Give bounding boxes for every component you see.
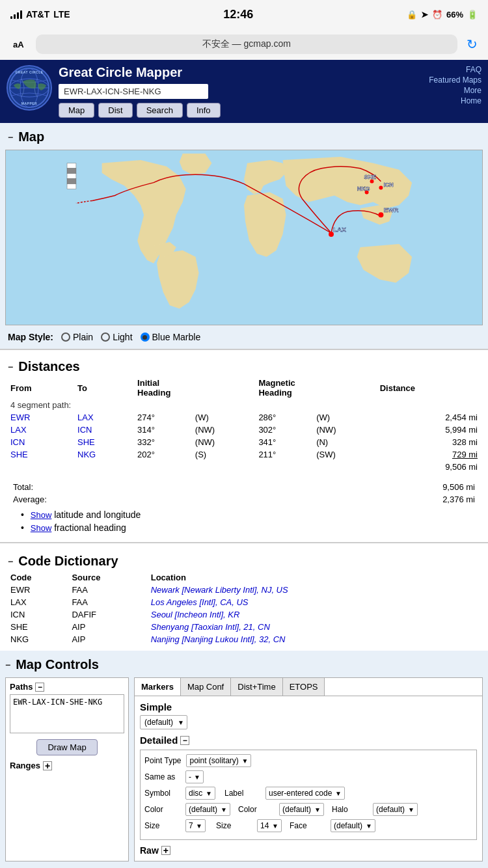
raw-plus-button[interactable]: +	[161, 846, 170, 855]
loc-nkg[interactable]: Nanjing [Nanjing Lukou Intl], 32, CN	[151, 634, 286, 644]
network-label: LTE	[53, 9, 70, 20]
size1-select[interactable]: 7	[185, 819, 206, 832]
seg-total: 9,506 mi	[377, 461, 480, 473]
same-as-select[interactable]: -	[185, 770, 204, 783]
map-title-text: Map	[18, 129, 44, 144]
to-icn[interactable]: ICN	[77, 425, 92, 435]
distances-section: − Distances From To InitialHeading Magne…	[0, 349, 488, 542]
color1-select[interactable]: (default)	[185, 803, 230, 816]
more-link[interactable]: More	[464, 86, 481, 95]
detailed-text: Detailed	[140, 735, 178, 746]
markers-tabs: Markers Map Conf Dist+Time ETOPS	[135, 678, 482, 696]
segment-path-label: 4 segment path:	[8, 399, 480, 411]
halo-field-label: Halo	[332, 805, 368, 814]
heading-text: fractional heading	[54, 522, 126, 533]
source-nkg: AIP	[69, 633, 148, 645]
markers-panel: Markers Map Conf Dist+Time ETOPS Simple …	[134, 677, 483, 861]
col-init-heading: InitialHeading	[135, 377, 256, 399]
color1-field-label: Color	[144, 805, 180, 814]
label-select[interactable]: user-entered code	[265, 787, 345, 800]
search-button[interactable]: Search	[137, 103, 183, 118]
point-type-select[interactable]: point (solitary)	[186, 754, 251, 767]
lock-icon: 🔒	[407, 10, 417, 20]
style-plain-option[interactable]: Plain	[61, 332, 93, 342]
draw-map-button[interactable]: Draw Map	[36, 739, 97, 755]
style-bluemarble-radio[interactable]	[141, 332, 150, 342]
tab-etops[interactable]: ETOPS	[283, 678, 325, 696]
map-section: − Map	[0, 123, 488, 349]
map-collapse-button[interactable]: −	[8, 132, 13, 142]
loc-she[interactable]: Shenyang [Taoxian Intl], 21, CN	[151, 622, 270, 632]
loc-lax[interactable]: Los Angeles [Intl], CA, US	[151, 597, 249, 607]
tab-markers[interactable]: Markers	[135, 678, 181, 696]
show-heading-link[interactable]: Show	[31, 523, 52, 533]
svg-point-11	[379, 186, 383, 190]
to-nkg[interactable]: NKG	[77, 450, 96, 459]
paths-textarea[interactable]: EWR-LAX-ICN-SHE-NKG	[10, 694, 124, 733]
url-bar[interactable]: 不安全 — gcmap.com	[36, 34, 457, 54]
map-controls-collapse[interactable]: −	[5, 660, 10, 670]
loc-ewr[interactable]: Newark [Newark Liberty Intl], NJ, US	[151, 585, 288, 595]
face-select[interactable]: (default)	[331, 819, 375, 832]
distances-table: From To InitialHeading MagneticHeading D…	[8, 377, 480, 473]
map-controls-title: − Map Controls	[5, 653, 483, 675]
point-type-label: Point Type	[144, 756, 181, 765]
paths-minus-button[interactable]: −	[35, 683, 44, 692]
svg-text:NKG: NKG	[357, 185, 370, 192]
tab-dist-time[interactable]: Dist+Time	[231, 678, 282, 696]
ranges-label: Ranges +	[10, 761, 124, 770]
mag-dir-2: (NW)	[314, 424, 377, 436]
style-plain-radio[interactable]	[61, 332, 70, 342]
faq-link[interactable]: FAQ	[466, 65, 481, 74]
tab-map-conf[interactable]: Map Conf	[181, 678, 231, 696]
dist-button[interactable]: Dist	[98, 103, 132, 118]
style-light-option[interactable]: Light	[101, 332, 132, 342]
from-she[interactable]: SHE	[10, 450, 28, 459]
color1-select-wrapper: (default)	[185, 803, 230, 816]
style-light-radio[interactable]	[101, 332, 110, 342]
to-she[interactable]: SHE	[77, 437, 95, 447]
svg-text:MAPPER: MAPPER	[21, 102, 37, 105]
map-section-title: − Map	[5, 126, 483, 147]
size2-select[interactable]: 14	[257, 819, 282, 832]
time-display: 12:46	[223, 8, 253, 21]
map-svg: EWR LAX ICN SHE NKG	[6, 150, 482, 325]
from-ewr[interactable]: EWR	[10, 413, 30, 422]
featured-maps-link[interactable]: Featured Maps	[429, 75, 481, 85]
route-input[interactable]	[59, 84, 208, 99]
simple-select[interactable]: (default)	[140, 715, 187, 729]
show-latlon-link[interactable]: Show	[31, 510, 52, 520]
info-button[interactable]: Info	[187, 103, 221, 118]
map-controls-section: − Map Controls Paths − EWR-LAX-ICN-SHE-N…	[0, 651, 488, 868]
ranges-plus-button[interactable]: +	[43, 761, 52, 770]
table-row: EWR LAX 274° (W) 286° (W) 2,454 mi	[8, 411, 480, 424]
symbol-select[interactable]: disc	[185, 787, 215, 800]
header-nav: FAQ Featured Maps More Home	[429, 65, 481, 105]
init-dir-1: (W)	[193, 411, 256, 424]
simple-select-row: (default)	[140, 715, 477, 729]
detailed-minus-button[interactable]: −	[180, 736, 189, 745]
reload-button[interactable]: ↻	[464, 34, 480, 55]
code-dict-collapse[interactable]: −	[8, 556, 13, 567]
point-type-row: Point Type point (solitary)	[144, 754, 472, 767]
svg-rect-19	[67, 174, 76, 179]
table-row: LAX FAA Los Angeles [Intl], CA, US	[8, 596, 480, 608]
color2-select[interactable]: (default)	[279, 803, 324, 816]
home-link[interactable]: Home	[461, 96, 481, 105]
init-head-3: 332°	[135, 436, 193, 448]
font-size-button[interactable]: aA	[8, 37, 29, 52]
dist-4: 729 mi	[377, 448, 480, 461]
distances-collapse[interactable]: −	[8, 362, 13, 372]
svg-text:GREAT CIRCLE: GREAT CIRCLE	[15, 70, 43, 74]
mag-head-4: 211°	[256, 448, 314, 461]
svg-rect-20	[67, 179, 76, 184]
from-icn[interactable]: ICN	[10, 437, 25, 447]
loc-icn[interactable]: Seoul [Incheon Intl], KR	[151, 610, 240, 619]
style-bluemarble-option[interactable]: Blue Marble	[141, 332, 201, 342]
to-lax[interactable]: LAX	[77, 413, 94, 422]
from-lax[interactable]: LAX	[10, 425, 27, 435]
map-button[interactable]: Map	[59, 103, 94, 118]
halo-select[interactable]: (default)	[373, 803, 418, 816]
svg-text:SHE: SHE	[364, 174, 376, 180]
code-dictionary-section: − Code Dictionary Code Source Location E…	[0, 542, 488, 651]
